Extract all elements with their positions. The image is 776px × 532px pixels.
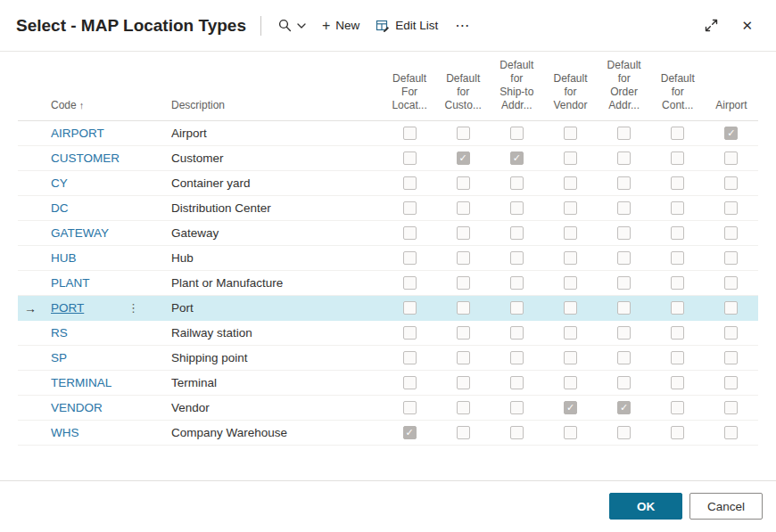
checkbox-default-for-location[interactable]: [403, 401, 417, 414]
ok-button[interactable]: OK: [609, 493, 682, 520]
checkbox-airport[interactable]: [724, 201, 738, 215]
table-row[interactable]: DCDistribution Center: [18, 196, 758, 221]
checkbox-airport[interactable]: [724, 151, 738, 165]
checkbox-default-for-order-address[interactable]: [617, 326, 631, 340]
checkbox-default-for-location[interactable]: [403, 201, 417, 215]
column-header-default-for-vendor[interactable]: DefaultforVendor: [543, 72, 597, 112]
checkbox-default-for-vendor[interactable]: [564, 376, 577, 389]
checkbox-default-for-location[interactable]: [403, 151, 417, 165]
checkbox-default-for-contact[interactable]: [671, 276, 684, 290]
expand-button[interactable]: [698, 13, 725, 37]
checkbox-default-for-vendor[interactable]: [564, 151, 577, 165]
checkbox-airport[interactable]: [724, 326, 738, 340]
checkbox-default-for-vendor[interactable]: [564, 127, 577, 140]
code-link[interactable]: GATEWAY: [51, 226, 109, 240]
checkbox-airport[interactable]: [724, 251, 738, 265]
checkbox-default-for-ship-to-address[interactable]: [510, 226, 524, 240]
checkbox-default-for-contact[interactable]: [671, 426, 684, 439]
table-row[interactable]: →PORT⋮Port: [18, 296, 758, 321]
checkbox-default-for-contact[interactable]: [671, 151, 684, 165]
table-row[interactable]: WHSCompany Warehouse✓: [18, 421, 758, 446]
checkbox-default-for-order-address[interactable]: [617, 151, 631, 165]
checkbox-default-for-customer[interactable]: [457, 127, 470, 140]
column-header-code[interactable]: Code↑: [51, 99, 171, 112]
checkbox-default-for-order-address[interactable]: [617, 376, 631, 389]
checkbox-default-for-vendor[interactable]: [564, 301, 577, 315]
table-row[interactable]: HUBHub: [18, 246, 758, 271]
column-header-description[interactable]: Description: [171, 99, 383, 112]
table-row[interactable]: VENDORVendor✓✓: [18, 396, 758, 421]
table-row[interactable]: PLANTPlant or Manufacture: [18, 271, 758, 296]
row-options-icon[interactable]: ⋮: [128, 302, 139, 314]
checkbox-default-for-vendor[interactable]: [564, 201, 577, 215]
checkbox-default-for-ship-to-address[interactable]: [510, 201, 524, 215]
table-row[interactable]: AIRPORTAirport✓: [18, 121, 758, 146]
column-header-default-for-location[interactable]: DefaultForLocat...: [383, 72, 436, 112]
checkbox-default-for-order-address[interactable]: [617, 351, 631, 364]
checkbox-default-for-location[interactable]: [403, 301, 417, 315]
checkbox-default-for-customer[interactable]: [457, 401, 470, 414]
checkbox-default-for-order-address[interactable]: [617, 176, 631, 190]
code-link[interactable]: CY: [51, 176, 68, 190]
checkbox-default-for-vendor[interactable]: [564, 326, 577, 340]
column-header-airport[interactable]: Airport: [705, 99, 758, 112]
checkbox-default-for-customer[interactable]: [457, 251, 470, 265]
checkbox-default-for-customer[interactable]: [457, 351, 470, 364]
checkbox-default-for-order-address[interactable]: [617, 251, 631, 265]
edit-list-button[interactable]: Edit List: [367, 13, 446, 38]
checkbox-default-for-vendor[interactable]: [564, 226, 577, 240]
checkbox-default-for-vendor[interactable]: [564, 251, 577, 265]
code-link[interactable]: AIRPORT: [51, 127, 104, 140]
checkbox-default-for-order-address[interactable]: [617, 301, 631, 315]
checkbox-default-for-customer[interactable]: [457, 201, 470, 215]
checkbox-default-for-ship-to-address[interactable]: [510, 426, 524, 439]
checkbox-default-for-vendor[interactable]: ✓: [564, 401, 577, 414]
checkbox-default-for-order-address[interactable]: [617, 201, 631, 215]
code-link[interactable]: VENDOR: [51, 401, 103, 414]
more-options-button[interactable]: ⋯: [446, 12, 479, 39]
new-button[interactable]: + New: [314, 13, 367, 38]
checkbox-default-for-location[interactable]: [403, 176, 417, 190]
code-link[interactable]: DC: [51, 201, 69, 215]
checkbox-default-for-contact[interactable]: [671, 127, 684, 140]
checkbox-airport[interactable]: [724, 176, 738, 190]
column-header-default-for-ship-to-address[interactable]: DefaultforShip-toAddr...: [490, 59, 543, 112]
code-link[interactable]: RS: [51, 326, 68, 340]
checkbox-default-for-ship-to-address[interactable]: [510, 401, 524, 414]
cancel-button[interactable]: Cancel: [689, 493, 763, 520]
checkbox-default-for-location[interactable]: [403, 351, 417, 364]
checkbox-default-for-ship-to-address[interactable]: [510, 127, 524, 140]
table-row[interactable]: TERMINALTerminal: [18, 371, 758, 396]
checkbox-default-for-order-address[interactable]: [617, 276, 631, 290]
checkbox-default-for-customer[interactable]: ✓: [457, 151, 470, 165]
checkbox-default-for-location[interactable]: [403, 127, 417, 140]
checkbox-default-for-order-address[interactable]: [617, 127, 631, 140]
close-button[interactable]: ✕: [734, 13, 760, 37]
table-row[interactable]: GATEWAYGateway: [18, 221, 758, 246]
table-row[interactable]: CYContainer yard: [18, 171, 758, 196]
checkbox-default-for-ship-to-address[interactable]: [510, 301, 524, 315]
code-link[interactable]: TERMINAL: [51, 376, 111, 389]
checkbox-default-for-location[interactable]: [403, 226, 417, 240]
checkbox-default-for-contact[interactable]: [671, 176, 684, 190]
checkbox-default-for-contact[interactable]: [671, 201, 684, 215]
checkbox-default-for-customer[interactable]: [457, 376, 470, 389]
checkbox-default-for-ship-to-address[interactable]: [510, 376, 524, 389]
checkbox-airport[interactable]: [724, 301, 738, 315]
checkbox-default-for-customer[interactable]: [457, 226, 470, 240]
table-row[interactable]: SPShipping point: [18, 346, 758, 371]
checkbox-default-for-contact[interactable]: [671, 351, 684, 364]
column-header-default-for-customer[interactable]: DefaultforCusto...: [436, 72, 490, 112]
code-link[interactable]: PORT: [51, 301, 84, 315]
checkbox-default-for-contact[interactable]: [671, 326, 684, 340]
checkbox-airport[interactable]: [724, 226, 738, 240]
checkbox-default-for-ship-to-address[interactable]: ✓: [510, 151, 524, 165]
checkbox-default-for-vendor[interactable]: [564, 351, 577, 364]
table-row[interactable]: CUSTOMERCustomer✓✓: [18, 146, 758, 171]
checkbox-default-for-customer[interactable]: [457, 276, 470, 290]
code-link[interactable]: SP: [51, 351, 67, 364]
checkbox-default-for-ship-to-address[interactable]: [510, 276, 524, 290]
checkbox-default-for-order-address[interactable]: [617, 426, 631, 439]
checkbox-default-for-location[interactable]: [403, 276, 417, 290]
checkbox-default-for-ship-to-address[interactable]: [510, 326, 524, 340]
